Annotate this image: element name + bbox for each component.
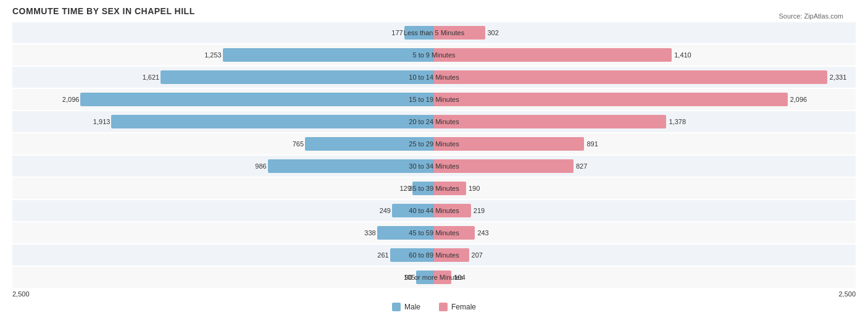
bar-male (161, 70, 434, 84)
bar-female (434, 204, 471, 217)
chart-area: 177 Less than 5 Minutes 302 1,253 5 to 9… (12, 22, 856, 288)
bar-female (434, 159, 574, 173)
val-female: 2,096 (790, 96, 807, 103)
val-male: 1,621 (143, 73, 160, 81)
bar-male (268, 159, 434, 173)
legend-female-box (439, 303, 448, 311)
chart-title: COMMUTE TIME BY SEX IN CHAPEL HILL (12, 6, 856, 16)
bar-female (434, 248, 469, 262)
bar-female (434, 182, 466, 195)
legend-male: Male (392, 303, 420, 311)
bar-female (434, 26, 485, 40)
bar-row: 338 45 to 59 Minutes 243 (12, 222, 856, 243)
bar-container: 338 45 to 59 Minutes 243 (12, 222, 856, 243)
bar-female (434, 271, 451, 284)
source-label: Source: ZipAtlas.com (778, 12, 843, 20)
bar-row: 177 Less than 5 Minutes 302 (12, 22, 856, 43)
bar-row: 129 35 to 39 Minutes 190 (12, 178, 856, 199)
val-female: 104 (454, 274, 465, 281)
bar-male (111, 115, 434, 128)
val-female: 1,378 (669, 118, 686, 125)
bar-container: 1,621 10 to 14 Minutes 2,331 (12, 67, 856, 88)
val-female: 190 (469, 185, 480, 192)
bar-female (434, 226, 475, 240)
val-female: 243 (477, 229, 488, 237)
bar-female (434, 48, 672, 62)
val-female: 1,410 (674, 51, 691, 59)
axis-row: 2,500 2,500 (12, 290, 856, 298)
val-male: 765 (293, 140, 304, 148)
val-female: 2,331 (830, 73, 847, 81)
bar-male (416, 271, 434, 284)
bar-row: 249 40 to 44 Minutes 219 (12, 200, 856, 221)
bar-male (80, 93, 434, 106)
bar-male (392, 204, 434, 217)
bar-container: 2,096 15 to 19 Minutes 2,096 (12, 89, 856, 110)
val-male: 986 (255, 162, 266, 170)
bar-row: 261 60 to 89 Minutes 207 (12, 245, 856, 266)
legend-male-label: Male (404, 303, 420, 311)
bar-female (434, 93, 788, 106)
bar-male (223, 48, 434, 62)
legend-male-box (392, 303, 401, 311)
bar-row: 765 25 to 29 Minutes 891 (12, 133, 856, 154)
legend-female-label: Female (451, 303, 476, 311)
val-male: 129 (399, 185, 411, 192)
bar-container: 1,913 20 to 24 Minutes 1,378 (12, 111, 856, 132)
bar-row: 1,621 10 to 14 Minutes 2,331 (12, 67, 856, 88)
bar-row: 986 30 to 34 Minutes 827 (12, 156, 856, 177)
bar-female (434, 70, 827, 84)
val-female: 827 (576, 162, 587, 170)
bar-male (305, 137, 434, 151)
bar-container: 249 40 to 44 Minutes 219 (12, 200, 856, 221)
val-male: 338 (364, 229, 375, 237)
bar-container: 986 30 to 34 Minutes 827 (12, 156, 856, 177)
bar-male (377, 226, 434, 240)
val-male: 1,253 (204, 51, 222, 59)
val-male: 2,096 (62, 96, 80, 103)
bar-male (404, 26, 434, 40)
bar-row: 2,096 15 to 19 Minutes 2,096 (12, 89, 856, 110)
bar-container: 129 35 to 39 Minutes 190 (12, 178, 856, 199)
val-female: 891 (586, 140, 598, 148)
bar-male (412, 182, 434, 195)
bar-container: 261 60 to 89 Minutes 207 (12, 245, 856, 266)
val-female: 207 (472, 251, 483, 259)
bar-male (390, 248, 434, 262)
bar-container: 177 Less than 5 Minutes 302 (12, 22, 856, 43)
val-female: 219 (474, 207, 485, 214)
axis-right: 2,500 (434, 290, 856, 298)
val-male: 249 (380, 207, 391, 214)
bar-container: 1,253 5 to 9 Minutes 1,410 (12, 44, 856, 65)
val-male: 261 (377, 251, 388, 259)
bar-row: 105 90 or more Minutes 104 (12, 267, 856, 288)
axis-left: 2,500 (12, 290, 434, 298)
legend-female: Female (439, 303, 476, 311)
val-male: 177 (391, 29, 403, 36)
val-male: 1,913 (93, 118, 111, 125)
chart-wrapper: COMMUTE TIME BY SEX IN CHAPEL HILL Sourc… (12, 6, 856, 311)
legend: Male Female (12, 303, 856, 311)
bar-container: 765 25 to 29 Minutes 891 (12, 133, 856, 154)
bar-female (434, 137, 584, 151)
bar-female (434, 115, 666, 128)
val-male: 105 (404, 274, 415, 281)
bar-row: 1,913 20 to 24 Minutes 1,378 (12, 111, 856, 132)
val-female: 302 (488, 29, 499, 36)
bar-container: 105 90 or more Minutes 104 (12, 267, 856, 288)
bar-row: 1,253 5 to 9 Minutes 1,410 (12, 44, 856, 65)
